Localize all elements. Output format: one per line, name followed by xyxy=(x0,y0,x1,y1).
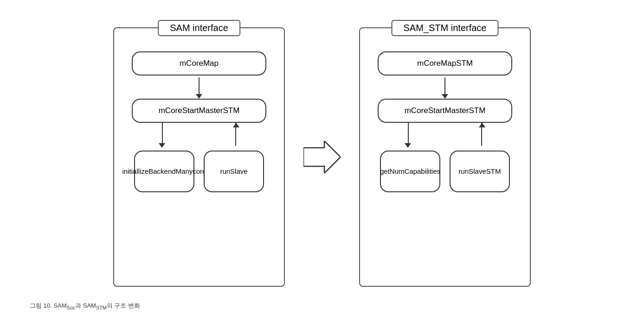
node-mCoreMapSTM: mCoreMapSTM xyxy=(378,51,512,76)
arrow-to-left-node-r xyxy=(405,143,411,148)
right-diagram: SAM_STM interface mCoreMapSTM mCoreStart… xyxy=(359,27,531,287)
line-to-left-node-r xyxy=(408,123,409,144)
line-to-left-node xyxy=(162,123,163,144)
arrow-to-right-node-r xyxy=(479,123,485,127)
branch-lines-left xyxy=(132,123,266,151)
arrow-down-1 xyxy=(196,76,202,99)
svg-marker-0 xyxy=(303,141,341,173)
left-diagram: SAM interface mCoreMap mCoreStartMasterS… xyxy=(113,27,285,287)
arrow-to-right-node xyxy=(233,123,239,127)
sam-interface-box: SAM interface mCoreMap mCoreStartMasterS… xyxy=(113,27,285,287)
main-content: SAM interface mCoreMap mCoreStartMasterS… xyxy=(20,18,624,296)
branch-lines-right xyxy=(378,123,512,151)
caption-text: 그림 10. SAMSoc과 SAMSTM의 구조 변화 xyxy=(30,302,140,309)
caption-area: 그림 10. SAMSoc과 SAMSTM의 구조 변화 xyxy=(20,296,624,310)
node-runSlaveSTM: runSlaveSTM xyxy=(450,151,510,192)
transition-arrow xyxy=(303,141,341,173)
bottom-row-left: initiallizeBackendManycore runSlave xyxy=(134,151,264,192)
node-mCoremap: mCoreMap xyxy=(132,51,266,76)
arrow-to-left-node xyxy=(159,143,165,148)
right-arrow-icon xyxy=(303,141,341,173)
node-runSlave: runSlave xyxy=(204,151,264,192)
node-getNumCapabilities: getNumCapabilities xyxy=(380,151,440,192)
arrow-down-2 xyxy=(442,76,448,99)
node-mCoreStartMasterSTM-right: mCoreStartMasterSTM xyxy=(378,99,512,123)
sam-interface-title: SAM interface xyxy=(158,20,240,36)
sam-stm-interface-box: SAM_STM interface mCoreMapSTM mCoreStart… xyxy=(359,27,531,287)
figure-caption: 그림 10. SAMSoc과 SAMSTM의 구조 변화 xyxy=(20,302,624,310)
sam-stm-interface-title: SAM_STM interface xyxy=(392,20,499,36)
node-mCoreStartMasterSTM-left: mCoreStartMasterSTM xyxy=(132,99,266,123)
bottom-row-right: getNumCapabilities runSlaveSTM xyxy=(380,151,510,192)
node-initialize: initiallizeBackendManycore xyxy=(134,151,194,192)
